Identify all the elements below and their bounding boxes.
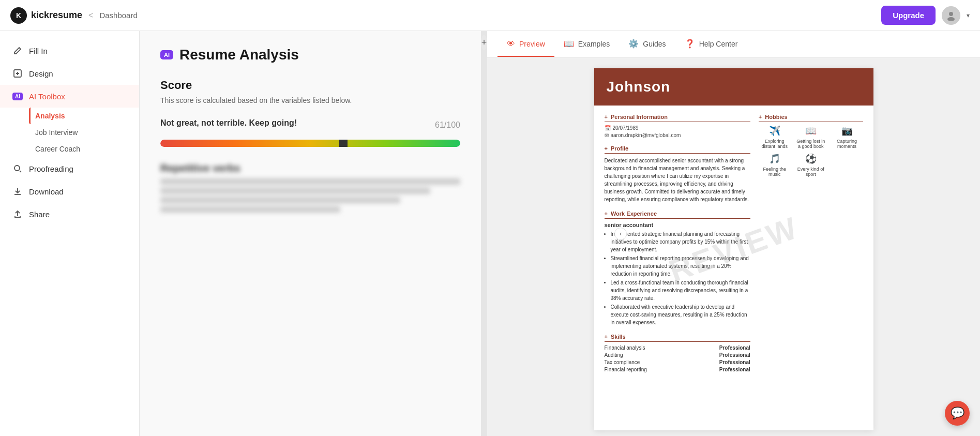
hobby-exploring: ✈️ Exploring distant lands <box>759 125 791 149</box>
sidebar-sub-job-interview[interactable]: Job Interview <box>29 124 139 141</box>
analysis-title: Resume Analysis <box>179 47 299 63</box>
resume-name-bar: Johnson <box>594 68 873 106</box>
breadcrumb-separator: < <box>88 11 93 20</box>
sidebar: Fill In Design AI AI Toolbox Analysis Jo… <box>0 31 140 436</box>
tab-guides-label: Guides <box>643 40 666 48</box>
sidebar-item-download[interactable]: Download <box>0 180 139 203</box>
score-row: Not great, not terrible. Keep going! 61/… <box>160 115 460 131</box>
score-progress-bar <box>160 140 460 147</box>
main-layout: Fill In Design AI AI Toolbox Analysis Jo… <box>0 31 980 436</box>
plus-icon: + <box>605 114 608 120</box>
profile-header: + Profile <box>605 145 750 154</box>
resume-hobbies: + Hobbies ✈️ Exploring distant lands <box>759 114 863 177</box>
work-bullet-2: Streamlined financial reporting processe… <box>611 254 750 278</box>
analysis-header: AI Resume Analysis <box>160 47 460 63</box>
avatar[interactable] <box>942 6 960 25</box>
sidebar-label-design: Design <box>29 69 53 78</box>
resume-skills: + Skills Financial analysis Professional… <box>605 334 750 372</box>
hobby-capturing: 📷 Capturing moments <box>831 125 863 149</box>
plus-icon-skills: + <box>605 334 608 340</box>
guides-icon: ⚙️ <box>628 39 639 49</box>
camera-icon: 📷 <box>841 125 853 137</box>
preview-content: Johnson + Personal Information <box>487 58 980 436</box>
resume-dob: 📅 20/07/1989 <box>605 125 750 131</box>
resume-personal-info: + Personal Information 📅 20/07/1989 ✉ <box>605 114 750 138</box>
tab-preview[interactable]: 👁 Preview <box>497 32 554 57</box>
calendar-icon: 📅 <box>605 125 611 131</box>
resume-right-col: + Hobbies ✈️ Exploring distant lands <box>759 114 863 380</box>
resume-name: Johnson <box>607 79 861 95</box>
sidebar-item-share[interactable]: Share <box>0 203 139 225</box>
sidebar-sub-career-coach-label: Career Coach <box>35 145 80 153</box>
design-icon <box>12 68 23 79</box>
chevron-down-icon[interactable]: ▾ <box>967 12 970 19</box>
sidebar-item-proofreading[interactable]: Proofreading <box>0 157 139 180</box>
skill-financial: Financial analysis Professional <box>605 345 750 351</box>
preview-panel: 👁 Preview 📖 Examples ⚙️ Guides ❓ Help Ce… <box>487 31 980 436</box>
upgrade-button[interactable]: Upgrade <box>881 6 936 25</box>
sidebar-item-design[interactable]: Design <box>0 62 139 85</box>
plus-icon-hobbies: + <box>759 114 762 120</box>
tab-examples[interactable]: 📖 Examples <box>554 32 619 57</box>
skill-reporting: Financial reporting Professional <box>605 367 750 372</box>
progress-marker <box>339 140 348 147</box>
score-number: 61/100 <box>435 115 460 131</box>
sidebar-item-ai-toolbox[interactable]: AI AI Toolbox <box>0 85 139 108</box>
airplane-icon: ✈️ <box>769 125 780 137</box>
profile-text: Dedicated and accomplished senior accoun… <box>605 157 750 203</box>
logo-text: kickresume <box>31 10 82 21</box>
score-section: Score This score is calculated based on … <box>160 79 460 147</box>
sidebar-item-fill-in[interactable]: Fill In <box>0 39 139 62</box>
sidebar-label-fill-in: Fill In <box>29 47 48 55</box>
blurred-content: Repetitive verbs <box>160 162 460 213</box>
add-tab-button[interactable]: + <box>481 35 487 50</box>
examples-icon: 📖 <box>564 39 574 49</box>
blurred-line-1 <box>160 178 460 185</box>
sidebar-sub-analysis-label: Analysis <box>35 112 65 120</box>
sidebar-label-share: Share <box>29 210 50 219</box>
panel-divider: + <box>481 31 487 436</box>
resume-work: + Work Experience senior accountant Impl… <box>605 211 750 326</box>
skill-tax: Tax compliance Professional <box>605 359 750 365</box>
collapse-sidebar-button[interactable]: ‹ <box>614 228 627 240</box>
tab-help-center[interactable]: ❓ Help Center <box>675 32 747 57</box>
blurred-line-3 <box>160 197 400 203</box>
analysis-ai-badge: AI <box>160 50 173 59</box>
hobby-sport: ⚽ Every kind of sport <box>795 153 827 177</box>
breadcrumb-text: Dashboard <box>99 11 137 20</box>
profile-label: Profile <box>611 145 628 152</box>
work-bullet-1: Implemented strategic financial planning… <box>611 230 750 253</box>
music-icon: 🎵 <box>769 153 780 164</box>
score-description: This score is calculated based on the va… <box>160 96 460 104</box>
work-bullet-4: Collaborated with executive leadership t… <box>611 303 750 326</box>
work-title: senior accountant <box>605 222 750 228</box>
email-icon: ✉ <box>605 132 609 138</box>
resume-left-col: + Personal Information 📅 20/07/1989 ✉ <box>605 114 750 380</box>
work-label: Work Experience <box>611 211 657 217</box>
blurred-heading: Repetitive verbs <box>160 162 460 174</box>
tab-preview-label: Preview <box>519 40 545 48</box>
tab-guides[interactable]: ⚙️ Guides <box>619 32 675 57</box>
work-bullet-3: Led a cross-functional team in conductin… <box>611 279 750 302</box>
logo[interactable]: K kickresume <box>10 7 82 24</box>
sidebar-sub-menu: Analysis Job Interview Career Coach <box>0 108 139 157</box>
resume-card: Johnson + Personal Information <box>594 68 873 430</box>
resume-body: + Personal Information 📅 20/07/1989 ✉ <box>594 106 873 388</box>
sidebar-sub-career-coach[interactable]: Career Coach <box>29 141 139 157</box>
help-icon: ❓ <box>685 39 695 49</box>
work-header: + Work Experience <box>605 211 750 219</box>
hobbies-label: Hobbies <box>765 114 787 120</box>
blurred-line-2 <box>160 188 430 194</box>
chat-button[interactable]: 💬 <box>945 401 970 426</box>
skill-auditing: Auditing Professional <box>605 352 750 358</box>
svg-point-0 <box>949 12 953 16</box>
navbar: K kickresume < Dashboard Upgrade ▾ <box>0 0 980 31</box>
hobby-reading: 📖 Getting lost in a good book <box>795 125 827 149</box>
tab-help-label: Help Center <box>699 40 738 48</box>
ai-toolbox-icon: AI <box>12 91 23 101</box>
plus-icon-work: + <box>605 211 608 217</box>
sidebar-sub-analysis[interactable]: Analysis <box>29 108 139 124</box>
skills-header: + Skills <box>605 334 750 342</box>
navbar-right: Upgrade ▾ <box>881 6 970 25</box>
plus-icon-profile: + <box>605 145 608 152</box>
